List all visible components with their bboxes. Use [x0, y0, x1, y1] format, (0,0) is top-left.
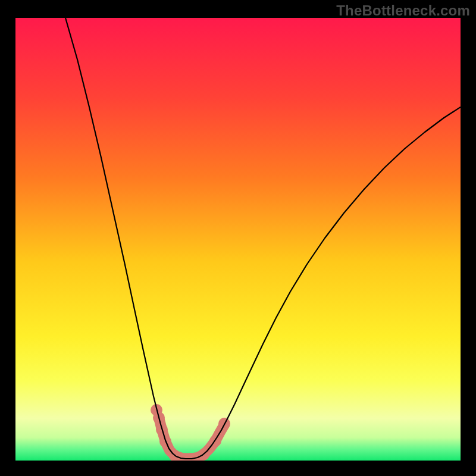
watermark-text: TheBottleneck.com	[336, 2, 470, 19]
chart-svg	[15, 18, 461, 461]
chart-frame: TheBottleneck.com	[0, 0, 476, 476]
gradient-background	[15, 18, 461, 461]
plot-area	[15, 18, 461, 461]
